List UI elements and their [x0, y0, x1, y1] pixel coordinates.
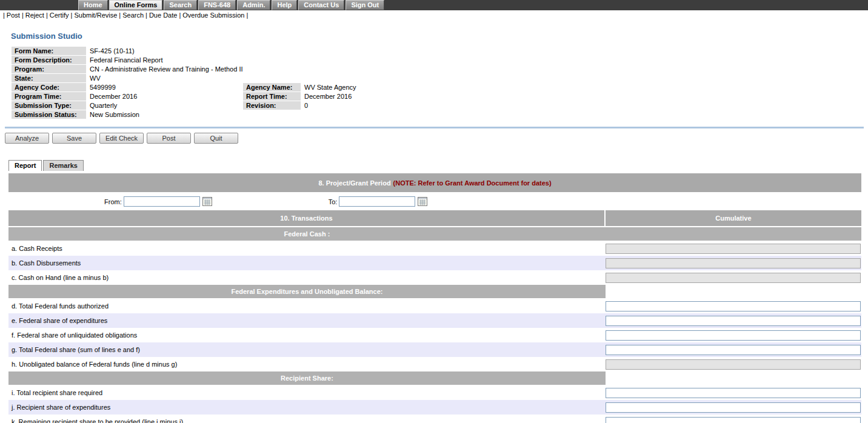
info-label-agency-code: Agency Code: [12, 83, 87, 92]
tabs: ReportRemarks [8, 160, 868, 171]
info-value-report-time: December 2016 [301, 92, 597, 101]
amount-input-b [606, 258, 861, 268]
amount-input-a [606, 244, 861, 254]
menubar-item-search[interactable]: Search [122, 12, 144, 19]
row-label-k: k. Remaining recipient share to be provi… [8, 418, 606, 423]
info-label-agency-name: Agency Name: [243, 83, 301, 92]
section-header-label: Federal Expenditures and Unobligated Bal… [8, 285, 606, 298]
amount-input-c [606, 273, 861, 283]
report-row-b: b. Cash Disbursements [8, 256, 861, 270]
section-right-cell [606, 285, 861, 298]
page-title: Submission Studio [11, 32, 868, 41]
nav-item-fns-648[interactable]: FNS-648 [198, 0, 236, 10]
row-label-d: d. Total Federal funds authorized [8, 302, 606, 310]
report-row-i: i. Total recipient share required [8, 385, 861, 400]
row-input-cell-g [606, 345, 861, 355]
row-label-e: e. Federal share of expenditures [8, 317, 606, 324]
report-row-e: e. Federal share of expenditures [8, 313, 861, 328]
section-right-cell [606, 371, 861, 385]
form-info-table: Form Name:SF-425 (10-11)Form Description… [11, 46, 597, 119]
row-input-cell-h [606, 359, 861, 370]
report-row-k: k. Remaining recipient share to be provi… [8, 415, 861, 423]
period-header-title: 8. Project/Grant Period [318, 179, 390, 187]
tab-report[interactable]: Report [8, 160, 42, 171]
separator-line [5, 127, 864, 128]
info-row: Form Description:Federal Financial Repor… [12, 56, 597, 65]
cumulative-column-header: Cumulative [606, 210, 861, 226]
amount-input-g[interactable] [606, 345, 861, 355]
row-input-cell-a [606, 244, 861, 254]
tab-remarks[interactable]: Remarks [43, 160, 83, 171]
action-menubar: |Post|Reject|Certify|Submit/Revise|Searc… [0, 10, 868, 21]
calendar-icon [418, 197, 427, 206]
row-input-cell-c [606, 273, 861, 283]
edit-check-button[interactable]: Edit Check [99, 133, 144, 144]
section-row-recipient-share: Recipient Share: [8, 371, 861, 385]
period-dates-row: From: To: [8, 193, 861, 210]
nav-item-search[interactable]: Search [164, 0, 197, 10]
analyze-button[interactable]: Analyze [5, 133, 49, 144]
amount-input-h [606, 359, 861, 370]
quit-button[interactable]: Quit [194, 133, 238, 144]
menubar-item-submit-revise[interactable]: Submit/Revise [74, 12, 117, 19]
info-value-agency-code: 5499999 [87, 83, 243, 92]
nav-item-home[interactable]: Home [78, 0, 108, 10]
nav-item-admin[interactable]: Admin. [237, 0, 270, 10]
amount-input-k[interactable] [606, 417, 861, 423]
row-label-h: h. Unobligated balance of Federal funds … [8, 361, 606, 368]
from-date-input[interactable] [124, 196, 200, 207]
toolbar: AnalyzeSaveEdit CheckPostQuit [5, 133, 868, 144]
report-row-f: f. Federal share of unliquidated obligat… [8, 328, 861, 342]
info-value-form-name: SF-425 (10-11) [87, 47, 597, 56]
row-input-cell-e [606, 316, 861, 326]
amount-input-e[interactable] [606, 316, 861, 326]
report-row-h: h. Unobligated balance of Federal funds … [8, 357, 861, 371]
info-value-agency-name: WV State Agency [301, 83, 597, 92]
to-date-picker-button[interactable] [418, 197, 427, 206]
to-date-input[interactable] [339, 196, 415, 207]
row-input-cell-f [606, 330, 861, 341]
post-button[interactable]: Post [147, 133, 191, 144]
row-label-c: c. Cash on Hand (line a minus b) [8, 274, 606, 281]
row-input-cell-j [606, 402, 861, 413]
nav-item-online-forms[interactable]: Online Forms [109, 0, 163, 10]
info-label-program: Program: [12, 65, 87, 74]
nav-item-help[interactable]: Help [272, 0, 297, 10]
info-label-form-description: Form Description: [12, 56, 87, 65]
nav-item-contact-us[interactable]: Contact Us [298, 0, 344, 10]
amount-input-f[interactable] [606, 330, 861, 341]
info-value-revision: 0 [301, 101, 597, 110]
nav-item-sign-out[interactable]: Sign Out [346, 0, 384, 10]
info-row: Program:CN - Administrative Review and T… [12, 65, 597, 74]
section-header-label: Recipient Share: [8, 371, 606, 385]
section-header-label: Federal Cash : [8, 227, 606, 241]
menubar-item-overdue-submission[interactable]: Overdue Submission [182, 12, 244, 19]
save-button[interactable]: Save [52, 133, 96, 144]
row-input-cell-i [606, 388, 861, 398]
amount-input-i[interactable] [606, 388, 861, 398]
top-nav: HomeOnline FormsSearchFNS-648Admin.HelpC… [0, 0, 868, 10]
menubar-separator: | [246, 12, 248, 19]
report-row-c: c. Cash on Hand (line a minus b) [8, 270, 861, 285]
form-info-body: Form Name:SF-425 (10-11)Form Description… [12, 47, 597, 119]
row-label-i: i. Total recipient share required [8, 389, 606, 396]
menubar-item-certify[interactable]: Certify [50, 12, 69, 19]
menubar-item-reject[interactable]: Reject [25, 12, 44, 19]
menubar-item-post[interactable]: Post [7, 12, 20, 19]
menubar-item-due-date[interactable]: Due Date [149, 12, 177, 19]
report-table: 8. Project/Grant Period (NOTE: Refer to … [8, 173, 861, 423]
info-value-submission-type: Quarterly [87, 101, 243, 110]
amount-input-j[interactable] [606, 402, 861, 413]
info-value-state: WV [87, 74, 597, 83]
info-row: Agency Code:5499999Agency Name:WV State … [12, 83, 597, 92]
info-label-program-time: Program Time: [12, 92, 87, 101]
from-date-picker-button[interactable] [202, 197, 212, 206]
info-label-report-time: Report Time: [243, 92, 301, 101]
project-grant-period-header: 8. Project/Grant Period (NOTE: Refer to … [8, 173, 861, 192]
amount-input-d[interactable] [606, 301, 861, 311]
menubar-separator: | [145, 12, 147, 19]
top-nav-items: HomeOnline FormsSearchFNS-648Admin.HelpC… [78, 0, 386, 10]
report-row-j: j. Recipient share of expenditures [8, 400, 861, 415]
report-row-g: g. Total Federal share (sum of lines e a… [8, 342, 861, 357]
row-label-g: g. Total Federal share (sum of lines e a… [8, 346, 606, 353]
